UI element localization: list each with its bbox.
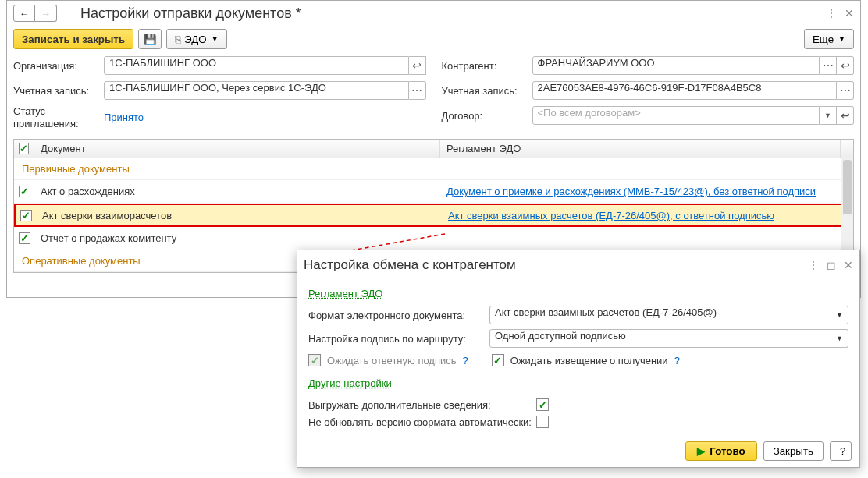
table-row-selected[interactable]: ✓ Акт сверки взаиморасчетов Акт сверки в…: [14, 204, 853, 227]
nav-back-button[interactable]: ←: [13, 5, 35, 22]
col-reglament[interactable]: Регламент ЭДО: [440, 140, 841, 158]
dog-input[interactable]: <По всем договорам>: [532, 106, 820, 125]
sign-label: Настройка подпись по маршруту:: [308, 333, 489, 345]
open-icon[interactable]: ↩: [837, 106, 854, 125]
ellipsis-icon[interactable]: ⋯: [409, 81, 426, 100]
ready-button[interactable]: ▶ Готово: [685, 441, 756, 461]
ellipsis-icon[interactable]: ⋯: [820, 56, 837, 75]
org-label: Организация:: [13, 60, 104, 72]
account2-input[interactable]: 2AE76053AE8-4976-46C6-919F-D17F08A4B5C8: [532, 81, 838, 100]
check-icon[interactable]: ✓: [19, 232, 30, 244]
ready-label: Готово: [710, 445, 745, 457]
doc-cell: Акт сверки взаиморасчетов: [36, 210, 442, 221]
more-label: Еще: [813, 34, 834, 45]
group-primary: Первичные документы: [14, 158, 853, 180]
close-icon[interactable]: ✕: [845, 7, 854, 19]
reg-link[interactable]: Акт сверки взаимных расчетов (ЕД-7-26/40…: [448, 210, 774, 221]
table-row[interactable]: ✓ Отчет о продажах комитенту: [14, 227, 853, 250]
wait-reply-label: Ожидать ответную подпись: [327, 355, 457, 366]
noupd-checkbox[interactable]: [536, 416, 549, 428]
org-input[interactable]: 1С-ПАБЛИШИНГ ООО: [104, 56, 409, 75]
table-row[interactable]: ✓ Акт о расхождениях Документ о приемке …: [14, 180, 853, 204]
save-button[interactable]: 💾: [138, 29, 162, 49]
chevron-down-icon[interactable]: ▼: [831, 329, 848, 348]
doc-cell: Акт о расхождениях: [34, 186, 440, 197]
kebab-icon[interactable]: ⋮: [808, 259, 819, 271]
more-button[interactable]: Еще ▼: [804, 29, 854, 49]
chevron-down-icon[interactable]: ▼: [831, 306, 848, 324]
section-reglament[interactable]: Регламент ЭДО: [308, 288, 382, 299]
scroll-thumb[interactable]: [843, 160, 852, 214]
contr-label: Контрагент:: [442, 60, 532, 72]
check-icon[interactable]: ✓: [19, 186, 30, 197]
format-label: Формат электронного документа:: [308, 310, 489, 321]
doc-cell: Отчет о продажах комитенту: [34, 232, 440, 244]
open-icon[interactable]: ↩: [837, 56, 854, 75]
close-icon[interactable]: ✕: [844, 259, 853, 271]
sign-combo[interactable]: Одной доступной подписью: [489, 329, 831, 348]
noupd-label: Не обновлять версию формата автоматическ…: [308, 416, 536, 428]
detach-icon[interactable]: ◻: [827, 259, 836, 271]
check-icon: ✓: [19, 143, 29, 154]
account-input[interactable]: 1С-ПАБЛИШИНГ ООО, Через сервис 1С-ЭДО: [104, 81, 409, 100]
dog-label: Договор:: [442, 110, 532, 122]
reg-link[interactable]: Документ о приемке и расхождениях (ММВ-7…: [446, 186, 816, 197]
arrow-left-icon: ←: [20, 8, 30, 19]
play-icon: ▶: [697, 445, 705, 457]
save-close-button[interactable]: Записать и закрыть: [13, 29, 133, 49]
window-title: Настройки отправки документов *: [80, 5, 301, 22]
diskette-icon: 💾: [144, 34, 157, 45]
contr-input[interactable]: ФРАНЧАЙЗАРИУМ ООО: [532, 56, 820, 75]
check-all[interactable]: ✓: [14, 140, 34, 158]
edo-dropdown[interactable]: ⎘ ЭДО ▼: [166, 29, 226, 49]
kebab-icon[interactable]: ⋮: [826, 7, 837, 19]
popup-exchange-settings: Настройка обмена с контрагентом ⋮ ◻ ✕ Ре…: [297, 250, 860, 468]
account2-label: Учетная запись:: [442, 85, 532, 97]
section-other[interactable]: Другие настройки: [308, 377, 392, 389]
wait-notice-checkbox[interactable]: ✓: [492, 354, 504, 366]
help-icon[interactable]: ?: [463, 355, 468, 366]
col-document[interactable]: Документ: [34, 140, 440, 158]
titlebar: ← → Настройки отправки документов * ⋮ ✕: [7, 1, 860, 26]
edo-label: ЭДО: [184, 34, 207, 45]
help-icon[interactable]: ?: [674, 355, 680, 366]
ellipsis-icon[interactable]: ⋯: [837, 81, 854, 100]
edo-icon: ⎘: [175, 34, 181, 45]
help-button[interactable]: ?: [830, 441, 852, 461]
nav-forward-button[interactable]: →: [35, 5, 57, 22]
extra-label: Выгружать дополнительные сведения:: [308, 399, 536, 411]
close-button[interactable]: Закрыть: [763, 441, 824, 461]
status-link[interactable]: Принято: [104, 112, 144, 123]
open-icon[interactable]: ↩: [409, 56, 426, 75]
popup-title: Настройка обмена с контрагентом: [304, 257, 516, 273]
toolbar: Записать и закрыть 💾 ⎘ ЭДО ▼ Еще ▼: [7, 26, 860, 55]
format-combo[interactable]: Акт сверки взаимных расчетов (ЕД-7-26/40…: [489, 306, 831, 324]
status-label: Статус приглашения:: [13, 105, 104, 129]
check-icon[interactable]: ✓: [20, 210, 32, 221]
wait-reply-checkbox: ✓: [308, 354, 321, 366]
extra-checkbox[interactable]: ✓: [536, 398, 549, 411]
wait-notice-label: Ожидать извещение о получении: [510, 355, 668, 366]
chevron-down-icon: ▼: [212, 35, 219, 43]
chevron-down-icon[interactable]: ▼: [820, 106, 837, 125]
arrow-right-icon: →: [41, 8, 51, 19]
account-label: Учетная запись:: [13, 85, 104, 97]
chevron-down-icon: ▼: [838, 35, 845, 43]
